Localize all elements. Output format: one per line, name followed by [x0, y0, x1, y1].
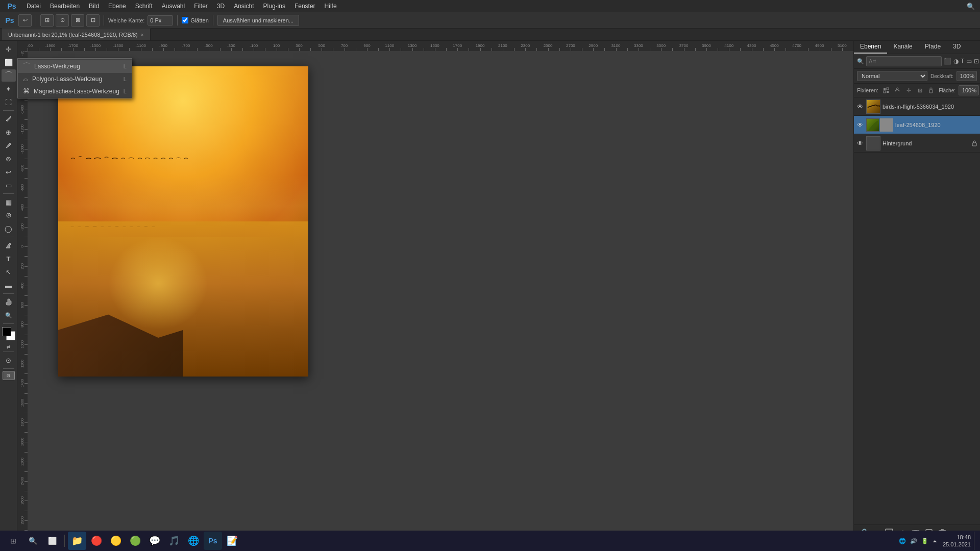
show-desktop-button[interactable]: [974, 532, 976, 550]
shape-tool[interactable]: ▬: [2, 279, 16, 291]
taskbar-datetime[interactable]: 18:48 25.01.2021: [943, 534, 971, 548]
panel-filter-type-icon[interactable]: T: [961, 57, 964, 66]
crop-tool[interactable]: ⛶: [2, 96, 16, 108]
taskbar-explorer[interactable]: 📁: [68, 532, 86, 550]
taskbar-music[interactable]: 🎵: [165, 532, 183, 550]
panel-filter-adjust-icon[interactable]: ◑: [953, 57, 959, 66]
layer-visibility-eye-leaf[interactable]: 👁: [856, 121, 864, 129]
lock-all-btn[interactable]: [926, 86, 936, 95]
taskbar-photoshop[interactable]: Ps: [204, 532, 222, 550]
svg-rect-3: [884, 88, 886, 90]
layer-thumbnail-leaf: [866, 118, 879, 132]
screen-mode-button[interactable]: ⊡: [3, 371, 15, 380]
menu-3d[interactable]: 3D: [213, 2, 229, 11]
taskbar-app-yellow[interactable]: 🟡: [107, 532, 125, 550]
taskbar-task-view[interactable]: ⬜: [43, 532, 61, 550]
svg-rect-9: [880, 119, 893, 132]
toolbar-btn-extra[interactable]: ⊡: [86, 14, 100, 27]
menu-filter[interactable]: Filter: [190, 2, 212, 11]
clone-stamp-tool[interactable]: ⊚: [2, 153, 16, 165]
menu-fenster[interactable]: Fenster: [290, 2, 320, 11]
layer-item-birds[interactable]: 👁 birds-in-flight-5366034_1920: [854, 97, 980, 116]
search-icon[interactable]: 🔍: [966, 1, 976, 11]
network-icon[interactable]: 🌐: [899, 538, 906, 544]
layer-visibility-eye-bg[interactable]: 👁: [856, 139, 864, 147]
history-brush-tool[interactable]: ↩: [2, 166, 16, 178]
lasso-tool[interactable]: ⌒: [2, 69, 16, 82]
lock-position-btn[interactable]: ✛: [904, 86, 913, 95]
toolbar-btn-square[interactable]: ⊞: [40, 14, 54, 27]
brush-tool[interactable]: [2, 139, 16, 152]
panel-filter-smart-icon[interactable]: ⊡: [974, 57, 979, 66]
move-tool[interactable]: ✛: [2, 43, 16, 55]
menu-hilfe[interactable]: Hilfe: [321, 2, 341, 11]
svg-rect-10: [867, 137, 880, 151]
pen-tool[interactable]: [2, 239, 16, 252]
quick-mask-button[interactable]: ⊙: [2, 354, 16, 366]
color-swatches[interactable]: [2, 327, 15, 342]
taskbar-chat[interactable]: 💬: [145, 532, 164, 550]
spot-heal-tool[interactable]: ⊕: [2, 126, 16, 138]
menu-datei[interactable]: Datei: [22, 2, 45, 11]
weiche-kante-input[interactable]: [148, 15, 173, 26]
foreground-color[interactable]: [2, 327, 11, 336]
taskbar-app-green[interactable]: 🟢: [126, 532, 144, 550]
zoom-tool[interactable]: 🔍: [2, 309, 16, 321]
tab-3d[interactable]: 3D: [947, 41, 967, 54]
layer-visibility-eye[interactable]: 👁: [856, 103, 864, 111]
taskbar-app-extra[interactable]: 📝: [223, 532, 241, 550]
toolbar-btn-circle[interactable]: ⊙: [56, 14, 69, 27]
quick-select-tool[interactable]: ✦: [2, 83, 16, 95]
rectangular-marquee-tool[interactable]: ⬜: [2, 56, 16, 68]
lock-image-pixels-btn[interactable]: [893, 86, 902, 95]
hand-tool[interactable]: [2, 296, 16, 308]
up-arrow[interactable]: ⏶: [933, 538, 938, 544]
blur-tool[interactable]: [2, 209, 16, 221]
layer-search-input[interactable]: [866, 56, 942, 66]
menu-bild[interactable]: Bild: [85, 2, 103, 11]
tab-kanaele[interactable]: Kanäle: [887, 41, 918, 54]
tab-pfade[interactable]: Pfade: [919, 41, 947, 54]
select-mask-button[interactable]: Auswählen und maskieren...: [217, 15, 299, 26]
gradient-tool[interactable]: ▦: [2, 196, 16, 208]
eraser-tool[interactable]: ▭: [2, 179, 16, 191]
menu-schrift[interactable]: Schrift: [131, 2, 157, 11]
menu-plugins[interactable]: Plug-ins: [259, 2, 289, 11]
magnetic-lasso-tool-option[interactable]: ⌘ Magnetisches-Lasso-Werkzeug L: [18, 85, 132, 97]
menu-ebene[interactable]: Ebene: [104, 2, 130, 11]
swap-colors-icon[interactable]: ⇄: [7, 344, 11, 349]
volume-icon[interactable]: 🔊: [910, 538, 917, 544]
lasso-tool-option[interactable]: ⌒ Lasso-Werkzeug L: [18, 60, 132, 73]
menu-ansicht[interactable]: Ansicht: [230, 2, 258, 11]
battery-icon[interactable]: 🔋: [921, 538, 928, 544]
canvas-container[interactable]: ⌢ ⌢ ⌢ ⌢ ⌢ ⌢ ⌢ ⌢ ⌢ ⌢ ⌢ ⌢ ⌢: [28, 51, 853, 540]
taskbar-search[interactable]: 🔍: [23, 532, 42, 550]
toolbar-btn-options[interactable]: ⊠: [71, 14, 84, 27]
opacity-label: Deckkraft:: [930, 73, 953, 79]
eyedropper-tool[interactable]: [2, 113, 16, 125]
menu-bearbeiten[interactable]: Bearbeiten: [46, 2, 84, 11]
blend-mode-select[interactable]: Normal Auflösen Abdunkeln Multiplizieren…: [857, 71, 927, 81]
taskbar-app-red[interactable]: 🔴: [87, 532, 106, 550]
opacity-input[interactable]: [957, 71, 977, 81]
tab-close[interactable]: ×: [141, 32, 144, 38]
type-tool[interactable]: T: [2, 253, 16, 265]
back-button[interactable]: ↩: [18, 14, 32, 27]
taskbar-browser[interactable]: 🌐: [184, 532, 203, 550]
lock-transparent-pixels-btn[interactable]: [881, 86, 891, 95]
layer-item-leaf[interactable]: 👁 leaf-254608_1920: [854, 116, 980, 134]
document-tab[interactable]: Unbenannt-1 bei 20,1% (leaf-254608_1920,…: [2, 29, 151, 40]
glaetten-checkbox[interactable]: [182, 17, 188, 23]
tab-ebenen[interactable]: Ebenen: [854, 41, 887, 54]
panel-filter-shape-icon[interactable]: ▭: [966, 57, 972, 66]
layer-item-background[interactable]: 👁 Hintergrund: [854, 134, 980, 153]
panel-filter-pixel-icon[interactable]: ⬛: [944, 57, 951, 66]
windows-start-button[interactable]: ⊞: [4, 532, 22, 550]
home-button[interactable]: Ps: [3, 14, 16, 27]
lock-artboard-btn[interactable]: ⊠: [915, 86, 924, 95]
fill-input[interactable]: [959, 85, 979, 95]
menu-auswahl[interactable]: Auswahl: [158, 2, 189, 11]
path-select-tool[interactable]: ↖: [2, 266, 16, 278]
dodge-tool[interactable]: ◯: [2, 222, 16, 235]
polygon-lasso-tool-option[interactable]: ⌓ Polygon-Lasso-Werkzeug L: [18, 73, 132, 85]
